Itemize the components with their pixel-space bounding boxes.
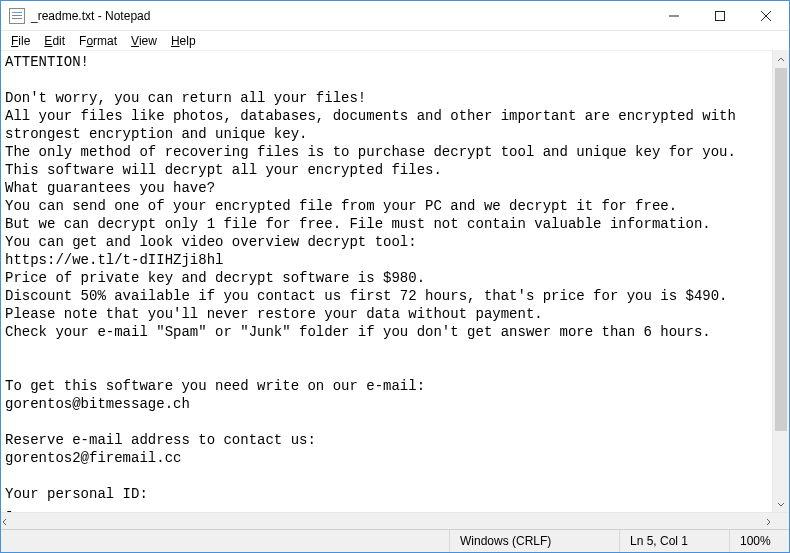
text-area[interactable]: ATTENTION! Don't worry, you can return a… <box>1 51 772 512</box>
menu-edit[interactable]: Edit <box>38 33 71 49</box>
status-bar: Windows (CRLF) Ln 5, Col 1 100% <box>1 529 789 552</box>
editor-wrap: ATTENTION! Don't worry, you can return a… <box>1 51 789 512</box>
scroll-up-icon[interactable] <box>773 51 789 68</box>
scroll-right-icon[interactable] <box>764 513 772 530</box>
svg-rect-0 <box>716 11 725 20</box>
status-position: Ln 5, Col 1 <box>619 530 729 552</box>
notepad-icon <box>9 8 25 24</box>
vertical-scrollbar[interactable] <box>772 51 789 512</box>
window-controls <box>651 1 789 30</box>
status-encoding: Windows (CRLF) <box>449 530 619 552</box>
horizontal-scrollbar[interactable] <box>1 513 772 529</box>
scroll-thumb-vertical[interactable] <box>775 68 787 431</box>
maximize-button[interactable] <box>697 1 743 30</box>
menu-help[interactable]: Help <box>165 33 202 49</box>
menu-file[interactable]: File <box>5 33 36 49</box>
window-title: _readme.txt - Notepad <box>31 9 651 23</box>
scroll-down-icon[interactable] <box>773 495 789 512</box>
scroll-corner <box>772 513 789 529</box>
menu-format[interactable]: Format <box>73 33 123 49</box>
minimize-button[interactable] <box>651 1 697 30</box>
status-zoom: 100% <box>729 530 789 552</box>
close-button[interactable] <box>743 1 789 30</box>
scroll-track-vertical[interactable] <box>773 68 789 495</box>
scroll-track-horizontal[interactable] <box>9 513 764 529</box>
scroll-left-icon[interactable] <box>1 513 9 530</box>
menu-bar: File Edit Format View Help <box>1 31 789 51</box>
menu-view[interactable]: View <box>125 33 163 49</box>
title-bar: _readme.txt - Notepad <box>1 1 789 31</box>
status-spacer <box>1 530 449 552</box>
horizontal-scroll-row <box>1 512 789 529</box>
